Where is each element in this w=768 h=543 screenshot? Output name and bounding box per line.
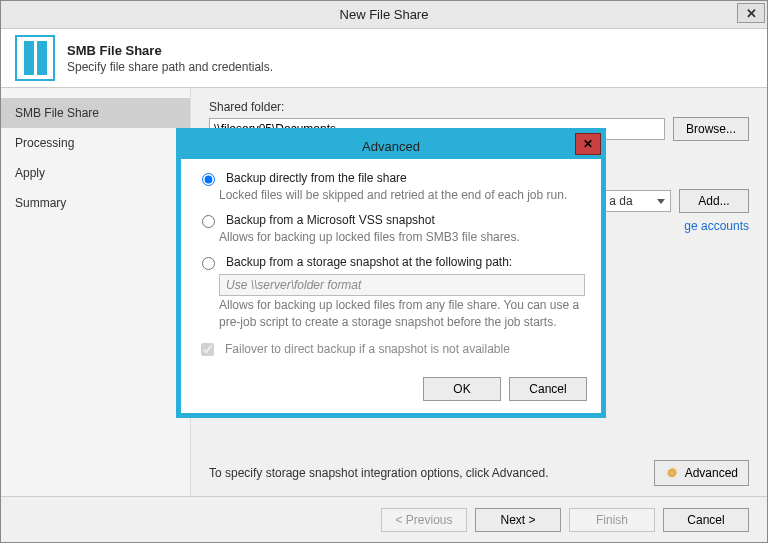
dialog-ok-button[interactable]: OK	[423, 377, 501, 401]
option-vss-snapshot-desc: Allows for backing up locked files from …	[219, 229, 585, 245]
titlebar: New File Share ✕	[1, 1, 767, 29]
share-icon	[15, 35, 55, 81]
browse-button[interactable]: Browse...	[673, 117, 749, 141]
page-title: SMB File Share	[67, 43, 273, 58]
close-icon: ✕	[746, 6, 757, 21]
wizard-header: SMB File Share Specify file share path a…	[1, 29, 767, 88]
option-storage-snapshot: Backup from a storage snapshot at the fo…	[197, 255, 585, 329]
previous-button: < Previous	[381, 508, 467, 532]
cancel-button[interactable]: Cancel	[663, 508, 749, 532]
advanced-hint: To specify storage snapshot integration …	[209, 466, 549, 480]
advanced-button[interactable]: Advanced	[654, 460, 749, 486]
window-close-button[interactable]: ✕	[737, 3, 765, 23]
option-direct-backup: Backup directly from the file share Lock…	[197, 171, 585, 203]
step-processing[interactable]: Processing	[1, 128, 190, 158]
step-apply[interactable]: Apply	[1, 158, 190, 188]
snapshot-path-input: Use \\server\folder format	[219, 274, 585, 296]
wizard-steps: SMB File Share Processing Apply Summary	[1, 88, 191, 496]
step-smb-file-share[interactable]: SMB File Share	[1, 98, 190, 128]
wizard-footer: < Previous Next > Finish Cancel	[1, 496, 767, 542]
shared-folder-label: Shared folder:	[209, 100, 749, 114]
failover-checkbox-row: Failover to direct backup if a snapshot …	[197, 340, 585, 359]
gear-icon	[665, 466, 679, 480]
finish-button: Finish	[569, 508, 655, 532]
dialog-title: Advanced	[362, 139, 420, 154]
option-direct-backup-desc: Locked files will be skipped and retried…	[219, 187, 585, 203]
failover-checkbox	[201, 343, 214, 356]
page-subtitle: Specify file share path and credentials.	[67, 60, 273, 74]
advanced-dialog: Advanced ✕ Backup directly from the file…	[176, 128, 606, 418]
window-title: New File Share	[340, 7, 429, 22]
option-storage-snapshot-desc: Allows for backing up locked files from …	[219, 297, 585, 329]
dialog-cancel-button[interactable]: Cancel	[509, 377, 587, 401]
failover-label: Failover to direct backup if a snapshot …	[225, 342, 510, 356]
radio-direct-backup[interactable]	[202, 173, 215, 186]
manage-accounts-link[interactable]: ge accounts	[684, 219, 749, 233]
radio-storage-snapshot[interactable]	[202, 257, 215, 270]
next-button[interactable]: Next >	[475, 508, 561, 532]
add-button[interactable]: Add...	[679, 189, 749, 213]
dialog-titlebar: Advanced ✕	[181, 133, 601, 159]
step-summary[interactable]: Summary	[1, 188, 190, 218]
dialog-close-button[interactable]: ✕	[575, 133, 601, 155]
wizard-window: New File Share ✕ SMB File Share Specify …	[0, 0, 768, 543]
close-icon: ✕	[583, 137, 593, 151]
radio-vss-snapshot[interactable]	[202, 215, 215, 228]
option-vss-snapshot: Backup from a Microsoft VSS snapshot All…	[197, 213, 585, 245]
